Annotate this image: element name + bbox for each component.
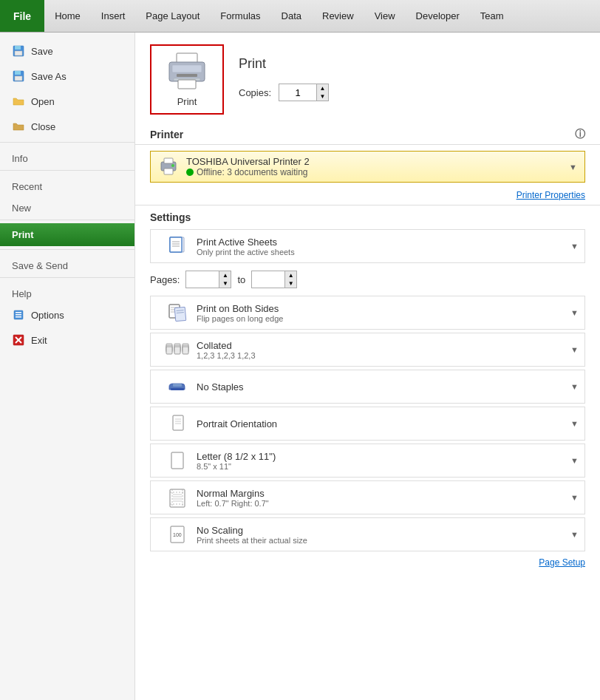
setting-scaling-sub: Print sheets at their actual size bbox=[197, 536, 577, 545]
exit-icon bbox=[12, 333, 25, 347]
copies-input[interactable] bbox=[279, 86, 316, 100]
sidebar-item-open[interactable]: Open bbox=[0, 89, 134, 114]
print-label: Print bbox=[12, 229, 34, 240]
sidebar-item-save[interactable]: Save bbox=[0, 38, 134, 64]
save-icon bbox=[12, 44, 25, 58]
setting-margins-sub: Left: 0.7" Right: 0.7" bbox=[197, 499, 577, 508]
pages-to-label: to bbox=[237, 274, 245, 285]
print-button[interactable]: Print bbox=[150, 44, 224, 115]
pages-to-input[interactable] bbox=[252, 272, 284, 288]
scaling-icon: 100 bbox=[166, 523, 189, 546]
copies-up-button[interactable]: ▲ bbox=[316, 84, 328, 92]
setting-collated-sub: 1,2,3 1,2,3 1,2,3 bbox=[197, 351, 577, 360]
printer-status: Offline: 3 documents waiting bbox=[186, 167, 562, 177]
setting-no-staples-text: No Staples bbox=[197, 381, 577, 393]
letter-icon bbox=[166, 449, 189, 472]
sidebar-item-save-as[interactable]: Save As bbox=[0, 64, 134, 89]
sidebar-item-options[interactable]: Options bbox=[0, 302, 134, 327]
svg-rect-27 bbox=[170, 237, 182, 252]
svg-rect-47 bbox=[183, 347, 188, 354]
pages-to-spinners: ▲ ▼ bbox=[284, 271, 296, 288]
printer-properties-link[interactable]: Printer Properties bbox=[135, 188, 600, 205]
menu-insert[interactable]: Insert bbox=[91, 0, 136, 32]
menu-view[interactable]: View bbox=[364, 0, 406, 32]
setting-print-active-sheets[interactable]: Print Active Sheets Only print the activ… bbox=[150, 229, 585, 263]
copies-input-wrap: ▲ ▼ bbox=[279, 84, 329, 101]
svg-point-23 bbox=[171, 164, 174, 167]
print-header: Print Print Copies: ▲ ▼ bbox=[135, 33, 600, 122]
menu-home[interactable]: Home bbox=[44, 0, 91, 32]
setting-scaling-arrow: ▼ bbox=[570, 530, 579, 539]
sidebar-item-print[interactable]: Print bbox=[0, 223, 134, 246]
sidebar-item-new[interactable]: New bbox=[0, 195, 134, 217]
menu-file[interactable]: File bbox=[0, 0, 44, 32]
setting-portrait[interactable]: Portrait Orientation ▼ bbox=[150, 407, 585, 441]
setting-both-sides-arrow: ▼ bbox=[570, 308, 579, 317]
setting-margins-title: Normal Margins bbox=[197, 488, 577, 499]
svg-rect-7 bbox=[16, 312, 21, 313]
svg-rect-2 bbox=[15, 51, 22, 55]
setting-no-staples-arrow: ▼ bbox=[570, 382, 579, 391]
content-area: Print Print Copies: ▲ ▼ bbox=[135, 33, 600, 700]
copies-down-button[interactable]: ▼ bbox=[316, 92, 328, 101]
svg-rect-54 bbox=[171, 452, 183, 469]
svg-text:100: 100 bbox=[173, 532, 182, 537]
setting-collated[interactable]: Collated 1,2,3 1,2,3 1,2,3 ▼ bbox=[150, 333, 585, 367]
divider-2 bbox=[0, 170, 134, 171]
menu-developer[interactable]: Developer bbox=[406, 0, 470, 32]
setting-letter-text: Letter (8 1/2 x 11") 8.5" x 11" bbox=[197, 451, 577, 471]
options-label: Options bbox=[31, 310, 64, 321]
sidebar-item-help[interactable]: Help bbox=[0, 281, 134, 302]
setting-margins[interactable]: Normal Margins Left: 0.7" Right: 0.7" ▼ bbox=[150, 480, 585, 514]
no-staples-icon bbox=[166, 375, 189, 398]
setting-letter[interactable]: Letter (8 1/2 x 11") 8.5" x 11" ▼ bbox=[150, 444, 585, 478]
svg-rect-15 bbox=[177, 74, 197, 77]
copies-spinners: ▲ ▼ bbox=[316, 84, 328, 101]
svg-rect-48 bbox=[171, 388, 184, 390]
close-icon bbox=[12, 120, 25, 133]
sidebar-item-exit[interactable]: Exit bbox=[0, 327, 134, 353]
sidebar-item-save-send[interactable]: Save & Send bbox=[0, 253, 134, 274]
collated-icon bbox=[166, 338, 189, 361]
setting-scaling-title: No Scaling bbox=[197, 525, 577, 536]
menu-formulas[interactable]: Formulas bbox=[210, 0, 270, 32]
print-title: Print bbox=[239, 49, 329, 72]
setting-both-sides-sub: Flip pages on long edge bbox=[197, 314, 577, 323]
printer-small-icon bbox=[158, 157, 179, 177]
setting-scaling[interactable]: 100 No Scaling Print sheets at their act… bbox=[150, 517, 585, 551]
menu-review[interactable]: Review bbox=[312, 0, 364, 32]
setting-portrait-text: Portrait Orientation bbox=[197, 418, 577, 429]
setting-both-sides-text: Print on Both Sides Flip pages on long e… bbox=[197, 303, 577, 323]
sidebar-item-recent[interactable]: Recent bbox=[0, 174, 134, 195]
save-label: Save bbox=[31, 46, 53, 57]
sidebar: Save Save As Open bbox=[0, 33, 135, 700]
save-as-icon bbox=[12, 69, 25, 83]
print-icon bbox=[163, 52, 211, 93]
pages-to-wrap: ▲ ▼ bbox=[251, 271, 297, 288]
setting-collated-arrow: ▼ bbox=[570, 345, 579, 354]
pages-from-up[interactable]: ▲ bbox=[219, 271, 231, 279]
page-setup-link[interactable]: Page Setup bbox=[135, 554, 600, 575]
copies-row: Copies: ▲ ▼ bbox=[239, 84, 329, 101]
info-icon[interactable]: ⓘ bbox=[575, 128, 585, 141]
divider-5 bbox=[0, 277, 134, 278]
menu-page-layout[interactable]: Page Layout bbox=[135, 0, 210, 32]
setting-no-staples[interactable]: No Staples ▼ bbox=[150, 370, 585, 404]
printer-dropdown[interactable]: TOSHIBA Universal Printer 2 Offline: 3 d… bbox=[150, 151, 585, 183]
setting-portrait-arrow: ▼ bbox=[570, 419, 579, 428]
pages-to-down[interactable]: ▼ bbox=[284, 279, 296, 288]
sidebar-item-info[interactable]: Info bbox=[0, 146, 134, 167]
setting-active-sheets-arrow: ▼ bbox=[570, 242, 579, 251]
pages-from-input[interactable] bbox=[186, 272, 219, 288]
pages-to-up[interactable]: ▲ bbox=[284, 271, 296, 279]
setting-letter-sub: 8.5" x 11" bbox=[197, 462, 577, 471]
menu-data[interactable]: Data bbox=[271, 0, 312, 32]
sidebar-item-close[interactable]: Close bbox=[0, 114, 134, 139]
menu-team[interactable]: Team bbox=[470, 0, 514, 32]
setting-both-sides[interactable]: Print on Both Sides Flip pages on long e… bbox=[150, 296, 585, 330]
pages-from-down[interactable]: ▼ bbox=[219, 279, 231, 288]
svg-rect-1 bbox=[15, 46, 21, 50]
svg-rect-36 bbox=[174, 307, 186, 321]
setting-no-staples-title: No Staples bbox=[197, 381, 577, 393]
portrait-icon bbox=[166, 412, 189, 435]
